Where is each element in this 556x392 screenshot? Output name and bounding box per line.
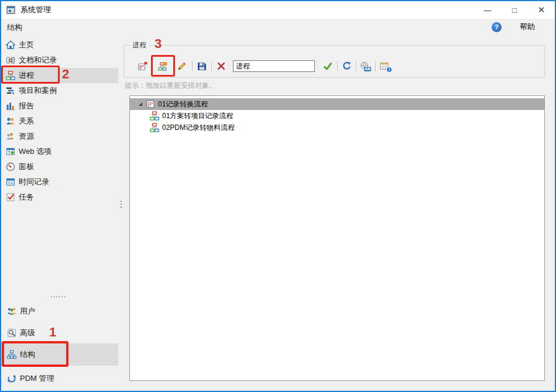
refresh-icon (342, 61, 351, 71)
hint-text: 提示：拖放以重新安排对象。 (125, 81, 216, 91)
sidebar-item-users[interactable]: 用户 (1, 301, 118, 322)
tree-row-root[interactable]: 01记录转换流程 (130, 98, 544, 110)
new-record-button[interactable] (135, 59, 150, 74)
sidebar-item-label: 主页 (19, 40, 34, 50)
sidebar-item-processes[interactable]: 进程 (1, 68, 118, 83)
translate-badge: AB (363, 66, 372, 72)
expander-collapse-icon[interactable] (138, 101, 143, 107)
sidebar-item-relations[interactable]: 关系 (1, 114, 118, 129)
new-process-button[interactable] (155, 59, 170, 74)
sidebar-item-label: Web 选项 (19, 146, 52, 157)
translate-globe-icon: AB (360, 61, 370, 71)
annotation-number-3: 3 (155, 36, 162, 51)
process-name-input[interactable] (233, 60, 315, 72)
translate-button[interactable]: AB (358, 59, 373, 74)
toolbar-separator (356, 61, 356, 71)
sidebar-item-home[interactable]: 主页 (1, 37, 118, 53)
toolbar-separator (192, 61, 193, 71)
sidebar-item-advanced[interactable]: 高级 (1, 322, 118, 343)
sidebar-item-time-records[interactable]: 时间记录 (1, 174, 118, 190)
process-tree[interactable]: 01记录转换流程 01方案转项目记录流程 02PDM记录转物料流程 (129, 95, 545, 381)
sidebar-item-label: 时间记录 (19, 177, 49, 187)
tree-node-label: 01方案转项目记录流程 (162, 111, 233, 121)
sidebar-item-reports[interactable]: 报告 (1, 98, 118, 114)
tree-row-child[interactable]: 01方案转项目记录流程 (130, 110, 544, 122)
annotation-number-1: 1 (49, 325, 56, 340)
sidebar-item-web-options[interactable]: Web 选项 (1, 144, 118, 159)
sidebar-item-label: 关系 (19, 116, 34, 126)
tree-row-child[interactable]: 02PDM记录转物料流程 (130, 122, 544, 133)
sidebar-item-label: 任务 (19, 192, 34, 202)
edit-button[interactable] (174, 59, 190, 74)
sidebar-item-dashboard[interactable]: 面板 (1, 159, 118, 174)
sidebar-item-resources[interactable]: 资源 (1, 129, 118, 144)
projects-icon (6, 86, 15, 95)
processes-groupbox: 进程 AB (123, 45, 545, 78)
new-record-icon (138, 61, 147, 71)
sidebar-item-label: 用户 (20, 306, 35, 317)
record-form-icon (146, 99, 155, 109)
sidebar-item-label: 报告 (19, 101, 34, 111)
reports-icon (6, 101, 15, 111)
confirm-check-icon (323, 61, 332, 71)
tasks-icon (6, 192, 15, 202)
delete-button[interactable] (214, 59, 229, 74)
sidebar-item-label: 高级 (20, 328, 35, 338)
app-window: 系统管理 — □ ✕ 结构 ? 帮助 主页 文档和记录 进程 项目和案例 报告 … (0, 0, 556, 392)
section-title: 结构 (7, 22, 22, 33)
save-icon (197, 61, 207, 71)
sidebar-item-label: 文档和记录 (19, 55, 57, 66)
tree-node-label: 01记录转换流程 (158, 99, 208, 109)
resources-icon (6, 132, 15, 141)
time-records-icon (6, 177, 15, 187)
sidebar-item-label: 项目和案例 (19, 85, 57, 96)
sidebar-item-label: 资源 (19, 131, 34, 142)
pdm-icon (7, 374, 16, 383)
help-icon[interactable]: ? (492, 22, 502, 32)
sidebar-item-label: 面板 (19, 161, 34, 172)
maximize-button[interactable]: □ (501, 1, 528, 19)
sidebar-item-label: 进程 (19, 70, 34, 81)
annotation-number-2: 2 (62, 67, 69, 82)
refresh-button[interactable] (339, 59, 354, 74)
web-options-icon (6, 147, 15, 156)
close-button[interactable]: ✕ (528, 1, 555, 19)
home-icon (6, 40, 15, 50)
sidebar-overflow-dots[interactable]: ...... (50, 290, 67, 299)
new-process-icon (158, 61, 167, 71)
help-area: ? 帮助 (492, 22, 535, 32)
toolbar-separator (211, 61, 212, 71)
documents-icon (6, 56, 15, 65)
toolbar-separator (337, 61, 338, 71)
save-button[interactable] (194, 59, 210, 74)
toolbar-separator (375, 61, 376, 71)
confirm-button[interactable] (320, 59, 335, 74)
relations-icon (6, 116, 15, 126)
minimize-button[interactable]: — (474, 1, 501, 19)
sidebar-item-projects[interactable]: 项目和案例 (1, 83, 118, 98)
help-link[interactable]: 帮助 (520, 22, 535, 32)
users-icon (7, 307, 16, 316)
structure-icon (7, 350, 16, 359)
splitter-handle-icon[interactable]: ⋮ (118, 197, 125, 212)
advanced-icon (7, 328, 16, 338)
process-icon (150, 123, 159, 132)
window-controls: — □ ✕ (474, 1, 555, 19)
delete-x-icon (217, 61, 226, 71)
sidebar-item-structure[interactable]: 结构 (1, 343, 118, 366)
process-icon (6, 71, 15, 80)
window-title: 系统管理 (20, 5, 51, 15)
sidebar-item-tasks[interactable]: 任务 (1, 190, 118, 205)
dashboard-icon (6, 162, 15, 171)
sidebar-item-pdm[interactable]: PDM 管理 (1, 368, 118, 389)
process-icon (150, 111, 159, 121)
table-info-button[interactable]: i (377, 59, 393, 74)
sidebar-item-documents[interactable]: 文档和记录 (1, 53, 118, 68)
titlebar: 系统管理 — □ ✕ (1, 1, 555, 19)
app-icon (6, 5, 16, 15)
info-badge: i (386, 67, 392, 73)
table-info-icon: i (380, 61, 390, 71)
groupbox-title: 进程 (130, 40, 149, 50)
edit-pencil-icon (177, 61, 187, 71)
sidebar-item-label: 结构 (20, 349, 35, 360)
